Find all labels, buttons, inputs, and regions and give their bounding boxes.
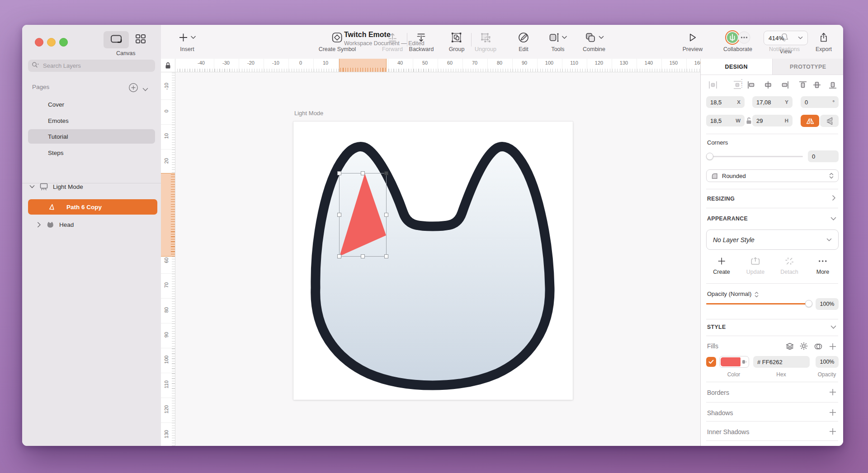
corner-radius-slider-knob[interactable] (706, 153, 713, 160)
layer-row-head[interactable]: Head (37, 218, 74, 231)
h-ruler-tick-label: -40 (198, 60, 205, 66)
opacity-value-field[interactable]: 100% (816, 298, 839, 310)
search-input[interactable] (42, 62, 151, 70)
fill-opacity-field[interactable]: 100% (816, 356, 839, 368)
selection-handle-bottom-left[interactable] (337, 254, 341, 258)
edit-button[interactable]: Edit (518, 30, 529, 52)
style-more-button[interactable]: More (816, 257, 829, 275)
page-item-cover[interactable]: Cover (28, 97, 155, 112)
layer-style-dropdown[interactable]: No Layer Style (706, 229, 839, 250)
lock-aspect-ratio-icon[interactable] (745, 117, 752, 125)
flip-horizontal-button[interactable] (801, 115, 819, 127)
align-center-horizontal-icon[interactable] (763, 80, 773, 90)
add-page-icon[interactable] (128, 83, 138, 94)
color-variable-icon[interactable] (741, 359, 748, 365)
fill-hex-field[interactable]: # FF6262 (753, 356, 810, 368)
corner-radius-value-field[interactable]: 0 (808, 150, 839, 162)
add-border-icon[interactable] (829, 388, 837, 396)
fill-color-well[interactable] (719, 356, 749, 368)
appearance-section-header[interactable]: APPEARANCE (707, 215, 748, 222)
blend-mode-stepper-icon[interactable] (755, 291, 759, 298)
v-ruler-tick-label: 100 (164, 354, 169, 365)
chevron-down-icon[interactable] (830, 325, 836, 329)
y-position-field[interactable]: 17,08Y (752, 96, 793, 108)
width-field[interactable]: 18,5W (706, 115, 745, 126)
add-fill-icon[interactable] (829, 342, 837, 351)
more-dots-icon (818, 257, 828, 266)
search-layers-field[interactable] (28, 60, 155, 72)
tab-prototype[interactable]: PROTOTYPE (772, 59, 844, 75)
zoom-button[interactable] (59, 38, 68, 47)
tools-button[interactable]: Tools (549, 30, 567, 52)
corner-style-dropdown[interactable]: Rounded (706, 169, 839, 182)
canvas-toggle-label: Canvas (116, 50, 135, 56)
fill-enabled-checkbox[interactable] (706, 357, 716, 367)
create-symbol-button[interactable]: Create Symbol (319, 30, 356, 52)
fill-blend-icon[interactable] (814, 342, 823, 351)
artboard-row-light-mode[interactable]: Light Mode (29, 180, 83, 193)
chevron-down-icon[interactable] (830, 217, 836, 221)
selection-handle-top-left[interactable] (337, 171, 341, 175)
artboard-canvas-title[interactable]: Light Mode (294, 110, 323, 117)
flip-vertical-button[interactable] (820, 115, 839, 127)
fill-color-swatch[interactable] (721, 357, 741, 366)
layer-expand-icon[interactable] (37, 222, 41, 228)
page-item-emotes[interactable]: Emotes (28, 113, 155, 128)
collaborate-button[interactable]: Collaborate (723, 30, 752, 52)
chevron-right-icon[interactable] (832, 195, 836, 201)
selection-handle-top-center[interactable] (361, 171, 365, 175)
opacity-slider-knob[interactable] (805, 300, 812, 307)
close-button[interactable] (35, 38, 43, 47)
move-forward-icon (387, 32, 398, 43)
page-item-steps[interactable]: Steps (28, 145, 155, 160)
resizing-section-header[interactable]: RESIZING (707, 196, 735, 202)
align-middle-vertical-icon[interactable] (812, 80, 822, 90)
style-create-button[interactable]: Create (713, 257, 730, 275)
fill-settings-gear-icon[interactable] (799, 342, 808, 351)
share-export-icon (818, 32, 829, 43)
chevron-down-icon (191, 36, 196, 39)
plus-icon (179, 33, 189, 42)
backward-button[interactable]: Backward (409, 30, 434, 52)
combine-button[interactable]: Combine (583, 30, 605, 52)
artboard-light-mode[interactable] (293, 122, 573, 400)
selection-handle-bottom-center[interactable] (361, 254, 365, 258)
artboard-name: Light Mode (53, 183, 83, 190)
fill-presets-icon[interactable] (785, 342, 794, 350)
artboard-expand-icon[interactable] (29, 185, 35, 189)
cat-head-drawing[interactable] (293, 122, 573, 400)
hex-column-label: Hex (776, 371, 786, 378)
selection-handle-bottom-right[interactable] (384, 254, 388, 258)
preview-button[interactable]: Preview (683, 30, 703, 52)
notifications-button: Notifications (769, 30, 800, 52)
align-right-icon[interactable] (780, 80, 790, 90)
align-top-icon[interactable] (798, 80, 808, 90)
height-field[interactable]: 29H (752, 115, 793, 126)
tab-design[interactable]: DESIGN (701, 59, 772, 75)
chevron-down-icon (562, 36, 567, 39)
ruler-corner[interactable] (161, 59, 175, 72)
rotation-field[interactable]: 0° (801, 96, 839, 108)
corner-radius-slider[interactable] (706, 156, 803, 157)
collaborate-more-icon (737, 31, 751, 44)
export-button[interactable]: Export (816, 30, 832, 52)
add-shadow-icon[interactable] (829, 408, 837, 417)
group-button[interactable]: Group (449, 30, 465, 52)
canvas-view-toggle[interactable] (104, 31, 129, 48)
style-section-header[interactable]: STYLE (707, 324, 726, 330)
align-left-icon[interactable] (746, 80, 756, 90)
selection-handle-middle-left[interactable] (337, 213, 341, 217)
x-position-field[interactable]: 18,5X (706, 96, 745, 108)
v-ruler-tick-label: 110 (164, 379, 169, 390)
selection-handle-middle-right[interactable] (384, 213, 388, 217)
selection-handle-top-right[interactable] (384, 171, 388, 175)
page-item-tutorial[interactable]: Tutorial (28, 129, 155, 144)
grid-view-toggle[interactable] (132, 31, 150, 48)
pages-collapse-icon[interactable] (142, 85, 148, 94)
insert-button[interactable]: Insert (179, 30, 196, 52)
forward-button: Forward (382, 30, 403, 52)
add-inner-shadow-icon[interactable] (829, 427, 837, 436)
layer-row-path-6-copy[interactable]: Path 6 Copy (28, 199, 157, 215)
align-bottom-icon[interactable] (828, 80, 838, 90)
minimize-button[interactable] (47, 38, 56, 47)
